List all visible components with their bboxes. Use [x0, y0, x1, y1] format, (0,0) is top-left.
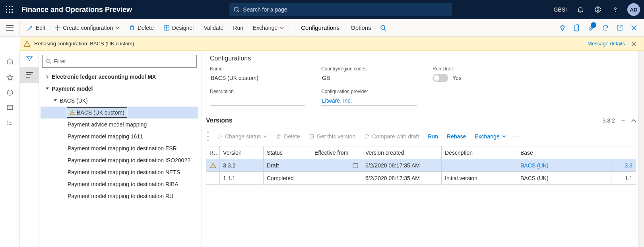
- cell-base-version[interactable]: 3.3: [611, 159, 636, 172]
- tab-configurations[interactable]: Configurations: [296, 21, 344, 35]
- rail-favorites[interactable]: [0, 70, 20, 85]
- svg-rect-31: [7, 105, 13, 110]
- name-label: Name: [210, 66, 305, 72]
- warning-icon: [23, 40, 31, 47]
- description-value[interactable]: [210, 96, 305, 106]
- tree-node[interactable]: Payment advice model mapping: [41, 119, 198, 130]
- tree-filter[interactable]: [42, 55, 197, 68]
- tree-node[interactable]: Electronic ledger accounting model MX: [41, 71, 198, 83]
- name-value[interactable]: BACS (UK custom): [210, 73, 305, 83]
- user-avatar[interactable]: AD: [627, 3, 640, 16]
- rail-recent[interactable]: [0, 85, 20, 100]
- col-status[interactable]: Status: [264, 146, 311, 159]
- nav-toggle[interactable]: [0, 19, 20, 36]
- edit-button[interactable]: Edit: [23, 21, 49, 35]
- svg-rect-7: [9, 12, 10, 13]
- drag-handle[interactable]: [207, 132, 209, 141]
- list-pane-toggle[interactable]: [20, 67, 39, 83]
- designer-button[interactable]: Designer: [159, 21, 198, 35]
- compare-button[interactable]: Compare with draft: [361, 130, 422, 143]
- col-version[interactable]: Version: [220, 146, 264, 159]
- chevron-down-icon: [502, 135, 506, 138]
- attachments-button[interactable]: 0: [584, 21, 598, 35]
- close-icon: [632, 41, 636, 46]
- close-button[interactable]: [627, 21, 641, 35]
- run-button[interactable]: Run: [229, 21, 247, 35]
- table-row[interactable]: 1.1.1Completed6/2/2020 08:17:35 AMInitia…: [206, 172, 636, 185]
- version-more-button[interactable]: ···: [512, 130, 522, 143]
- tree-node[interactable]: Payment model mapping to destination RU: [41, 190, 198, 202]
- message-close[interactable]: [628, 41, 640, 46]
- chevron-down-icon: [115, 27, 119, 29]
- rebase-button[interactable]: Rebase: [444, 130, 469, 143]
- find-button[interactable]: [378, 21, 389, 35]
- tree-node[interactable]: Payment model mapping to destination NET…: [41, 166, 198, 178]
- cell-created: 6/2/2020 08:17:35 AM: [362, 172, 442, 185]
- tree-node-selected[interactable]: BACS (UK custom): [41, 107, 198, 119]
- col-effective[interactable]: Effective from: [311, 146, 362, 159]
- svg-rect-5: [12, 9, 13, 10]
- col-description[interactable]: Description: [442, 146, 517, 159]
- cell-effective[interactable]: [311, 159, 362, 172]
- rundraft-toggle[interactable]: [433, 74, 448, 82]
- exchange-button[interactable]: Exchange: [249, 21, 288, 35]
- edit-icon: [309, 134, 314, 139]
- settings-button[interactable]: [590, 0, 606, 19]
- search-icon: [46, 58, 51, 64]
- cell-description: Initial version: [442, 172, 517, 185]
- designer-icon: [163, 25, 170, 31]
- rundraft-label: Run Draft: [433, 66, 512, 72]
- attachments-badge: 0: [591, 22, 596, 28]
- tree-node[interactable]: Payment model mapping to destination ISO…: [41, 154, 198, 166]
- delete-button[interactable]: Delete: [125, 21, 157, 35]
- global-search[interactable]: [229, 3, 452, 16]
- svg-rect-3: [6, 9, 7, 10]
- tree-node[interactable]: Payment model mapping 1611: [41, 130, 198, 142]
- tab-options[interactable]: Options: [346, 21, 376, 35]
- tree-label: Electronic ledger accounting model MX: [50, 74, 156, 80]
- col-created[interactable]: Version created: [362, 146, 442, 159]
- grid-header-row: R… Version Status Effective from Version…: [206, 146, 636, 159]
- rail-home[interactable]: [0, 53, 20, 70]
- help-button[interactable]: [607, 0, 623, 19]
- col-r[interactable]: R…: [206, 146, 220, 159]
- version-exchange-button[interactable]: Exchange: [471, 130, 509, 143]
- get-version-button[interactable]: Get this version: [306, 130, 359, 143]
- cell-base[interactable]: BACS (UK): [517, 159, 611, 172]
- table-row[interactable]: 3.3.2Draft6/2/2020 08:17:35 AMBACS (UK)3…: [206, 159, 636, 172]
- tree-node[interactable]: BACS (UK): [41, 95, 198, 107]
- cell-effective[interactable]: [311, 172, 362, 185]
- message-details-link[interactable]: Message details: [588, 41, 625, 47]
- provider-link[interactable]: Litware, Inc.: [321, 96, 417, 106]
- popout-button[interactable]: [613, 21, 627, 35]
- notifications-button[interactable]: [572, 0, 588, 19]
- open-office-button[interactable]: [570, 21, 584, 35]
- app-launcher[interactable]: [2, 0, 17, 19]
- refresh-button[interactable]: [599, 21, 612, 35]
- tree-node[interactable]: Payment model mapping to destination ESR: [41, 142, 198, 154]
- country-value[interactable]: GB: [321, 73, 417, 83]
- rail-modules[interactable]: [0, 115, 20, 130]
- related-info-button[interactable]: [556, 21, 569, 35]
- tree-filter-input[interactable]: [51, 58, 193, 65]
- create-configuration-button[interactable]: Create configuration: [51, 21, 123, 35]
- search-icon: [233, 6, 240, 13]
- col-base[interactable]: Base: [517, 146, 636, 159]
- versions-collapse[interactable]: [631, 119, 636, 122]
- scrollbar[interactable]: [638, 51, 644, 247]
- cell-base: BACS (UK): [517, 172, 611, 185]
- workspace-icon: [6, 104, 14, 111]
- tree-node[interactable]: Payment model: [41, 83, 198, 95]
- message-text: Rebasing configuration: BACS (UK custom): [34, 41, 134, 47]
- separator: [292, 23, 292, 33]
- validate-button[interactable]: Validate: [200, 21, 228, 35]
- tree-node[interactable]: Payment model mapping to destination RIB…: [41, 178, 198, 190]
- rail-workspaces[interactable]: [0, 100, 20, 115]
- filter-pane-toggle[interactable]: [20, 51, 39, 67]
- version-delete-button[interactable]: Delete: [273, 130, 303, 143]
- global-search-input[interactable]: [240, 6, 448, 13]
- tree-label: BACS (UK custom): [75, 109, 124, 116]
- change-status-button[interactable]: Change status: [214, 130, 270, 143]
- company-code[interactable]: GBSI: [550, 6, 571, 13]
- version-run-button[interactable]: Run: [425, 130, 441, 143]
